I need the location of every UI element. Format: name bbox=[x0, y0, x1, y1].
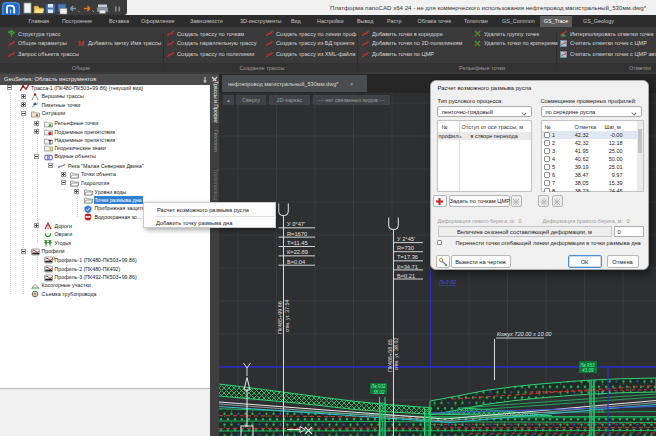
svg-text:отм. уг. 38.02: отм. уг. 38.02 bbox=[393, 337, 399, 370]
svg-text:Б=0.21: Б=0.21 bbox=[397, 273, 415, 279]
svg-text:Б=0.04: Б=0.04 bbox=[287, 259, 305, 265]
svg-text:У 2°45': У 2°45' bbox=[397, 236, 415, 242]
svg-text:К=34.71: К=34.71 bbox=[397, 264, 418, 270]
svg-text:Лв.932: Лв.932 bbox=[370, 384, 386, 389]
svg-text:Лв.953: Лв.953 bbox=[579, 363, 595, 368]
svg-text:Кожух 720.00 х 10.00: Кожух 720.00 х 10.00 bbox=[497, 331, 552, 337]
svg-text:отм. уг. 37.54: отм. уг. 37.54 bbox=[284, 299, 290, 332]
svg-text:T=17.36: T=17.36 bbox=[397, 254, 418, 260]
svg-text:К=22.89: К=22.89 bbox=[287, 249, 308, 255]
svg-text:1.7: 1.7 bbox=[598, 391, 605, 396]
svg-text:38.02: 38.02 bbox=[373, 390, 385, 395]
svg-text:ПК485+99.66: ПК485+99.66 bbox=[277, 301, 283, 334]
svg-text:R=730: R=730 bbox=[397, 245, 414, 251]
svg-text:R=1670: R=1670 bbox=[287, 231, 307, 237]
svg-text:T=11.45: T=11.45 bbox=[287, 240, 308, 246]
svg-text:У 0°47': У 0°47' bbox=[287, 221, 305, 227]
svg-text:43.09: 43.09 bbox=[582, 368, 594, 373]
svg-text:Лv3.02: Лv3.02 bbox=[438, 279, 456, 285]
svg-text:ПК486+58.85: ПК486+58.85 bbox=[387, 339, 393, 372]
